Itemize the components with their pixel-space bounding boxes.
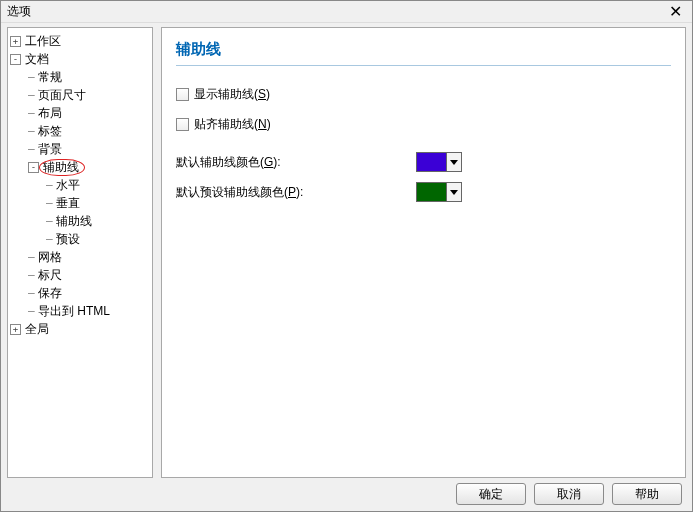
titlebar: 选项 ✕ (1, 1, 692, 23)
help-button[interactable]: 帮助 (612, 483, 682, 505)
expand-icon[interactable]: + (10, 36, 21, 47)
tree-item-guides[interactable]: - 辅助线 (10, 158, 150, 176)
preset-color-label: 默认预设辅助线颜色(P): (176, 184, 416, 201)
content-pane: 辅助线 显示辅助线(S) 贴齐辅助线(N) 默认辅助线颜色(G): 默认预设辅助… (161, 27, 686, 478)
chevron-down-icon[interactable] (447, 153, 461, 171)
ok-button[interactable]: 确定 (456, 483, 526, 505)
tree-item-vertical[interactable]: –垂直 (10, 194, 150, 212)
tree-item-pagesize[interactable]: –页面尺寸 (10, 86, 150, 104)
tree-item-general[interactable]: –常规 (10, 68, 150, 86)
chevron-down-icon[interactable] (447, 183, 461, 201)
collapse-icon[interactable]: - (10, 54, 21, 65)
default-color-picker[interactable] (416, 152, 462, 172)
tree-item-labels[interactable]: –标签 (10, 122, 150, 140)
cancel-button[interactable]: 取消 (534, 483, 604, 505)
snap-guides-row: 贴齐辅助线(N) (176, 112, 671, 136)
preset-color-picker[interactable] (416, 182, 462, 202)
tree-item-horizontal[interactable]: –水平 (10, 176, 150, 194)
close-icon[interactable]: ✕ (665, 4, 686, 20)
button-bar: 确定 取消 帮助 (456, 483, 682, 505)
tree-item-preset[interactable]: –预设 (10, 230, 150, 248)
color-swatch-box (417, 183, 447, 201)
tree-item-global[interactable]: + 全局 (10, 320, 150, 338)
collapse-icon[interactable]: - (28, 162, 39, 173)
tree-item-document[interactable]: - 文档 (10, 50, 150, 68)
tree-item-workspace[interactable]: + 工作区 (10, 32, 150, 50)
tree-item-grid[interactable]: –网格 (10, 248, 150, 266)
show-guides-row: 显示辅助线(S) (176, 82, 671, 106)
body-area: + 工作区 - 文档 –常规 –页面尺寸 –布局 –标签 –背景 - 辅助线 –… (1, 23, 692, 478)
tree-item-ruler[interactable]: –标尺 (10, 266, 150, 284)
default-color-row: 默认辅助线颜色(G): (176, 152, 671, 172)
preset-color-row: 默认预设辅助线颜色(P): (176, 182, 671, 202)
category-tree[interactable]: + 工作区 - 文档 –常规 –页面尺寸 –布局 –标签 –背景 - 辅助线 –… (7, 27, 153, 478)
options-dialog: 选项 ✕ + 工作区 - 文档 –常规 –页面尺寸 –布局 –标签 –背景 - … (0, 0, 693, 512)
tree-item-background[interactable]: –背景 (10, 140, 150, 158)
color-swatch-box (417, 153, 447, 171)
tree-item-export-html[interactable]: –导出到 HTML (10, 302, 150, 320)
tree-item-save[interactable]: –保存 (10, 284, 150, 302)
show-guides-label: 显示辅助线(S) (194, 86, 270, 103)
panel-title: 辅助线 (176, 40, 671, 66)
snap-guides-label: 贴齐辅助线(N) (194, 116, 271, 133)
expand-icon[interactable]: + (10, 324, 21, 335)
snap-guides-checkbox[interactable] (176, 118, 189, 131)
default-color-label: 默认辅助线颜色(G): (176, 154, 416, 171)
window-title: 选项 (7, 3, 31, 20)
tree-item-layout[interactable]: –布局 (10, 104, 150, 122)
tree-item-guides-sub[interactable]: –辅助线 (10, 212, 150, 230)
show-guides-checkbox[interactable] (176, 88, 189, 101)
